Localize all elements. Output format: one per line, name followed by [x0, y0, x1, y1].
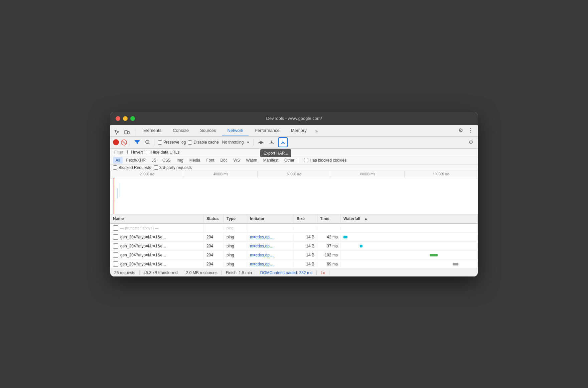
tab-network[interactable]: Network — [222, 125, 249, 136]
svg-point-2 — [146, 140, 149, 144]
close-button[interactable] — [116, 116, 120, 121]
invert-filter-label[interactable]: Invert — [127, 150, 143, 155]
third-party-requests-label[interactable]: 3rd-party requests — [154, 165, 192, 170]
th-name[interactable]: Name — [110, 214, 204, 223]
td-name: gen_204?atyp=i&r=1&e… — [110, 260, 204, 268]
td-time — [317, 226, 341, 230]
tab-console[interactable]: Console — [167, 125, 194, 136]
svg-point-4 — [261, 143, 262, 144]
tab-actions: ⚙ ⋮ — [456, 126, 475, 136]
export-har-button[interactable] — [278, 137, 288, 147]
th-initiator[interactable]: Initiator — [247, 214, 294, 223]
filter-type-css[interactable]: CSS — [160, 157, 173, 164]
filter-type-doc[interactable]: Doc — [217, 157, 230, 164]
th-waterfall[interactable]: Waterfall ▲ — [341, 214, 478, 223]
filter-type-img[interactable]: Img — [174, 157, 186, 164]
has-blocked-cookies-checkbox[interactable] — [304, 158, 308, 162]
svg-rect-1 — [128, 132, 129, 134]
th-time[interactable]: Time — [317, 214, 341, 223]
filter-icon[interactable] — [133, 138, 141, 147]
inspect-element-icon[interactable] — [113, 128, 121, 136]
td-waterfall — [341, 233, 478, 241]
td-status: 204 — [204, 260, 224, 268]
filter-type-bar: All Fetch/XHR JS CSS Img Media Font Doc … — [110, 156, 478, 165]
tab-more-button[interactable]: » — [313, 126, 320, 136]
table-row[interactable]: — (truncated above) — ping — [110, 224, 478, 233]
td-status: 204 — [204, 251, 224, 259]
blocked-requests-label[interactable]: Blocked Requests — [113, 165, 151, 170]
row-checkbox[interactable] — [113, 252, 118, 258]
td-name: gen_204?atyp=i&r=1&e… — [110, 242, 204, 250]
devtools-settings-icon[interactable]: ⚙ — [456, 126, 465, 135]
td-size — [294, 226, 317, 230]
tab-memory[interactable]: Memory — [286, 125, 312, 136]
th-type[interactable]: Type — [224, 214, 247, 223]
timeline-area: 20000 ms 40000 ms 60000 ms 80000 ms 1000… — [110, 171, 478, 214]
filter-type-ws[interactable]: WS — [231, 157, 243, 164]
td-name: gen_204?atyp=i&r=1&e… — [110, 251, 204, 259]
clear-button[interactable]: 🚫 — [121, 139, 127, 145]
minimize-button[interactable] — [123, 116, 128, 121]
filter-type-js[interactable]: JS — [149, 157, 159, 164]
th-status[interactable]: Status — [204, 214, 224, 223]
invert-checkbox[interactable] — [127, 150, 132, 154]
tab-elements[interactable]: Elements — [138, 125, 167, 136]
table-row[interactable]: gen_204?atyp=i&r=1&e… 204 ping m=cdos,dp… — [110, 233, 478, 242]
blocked-requests-checkbox[interactable] — [113, 165, 117, 170]
row-checkbox[interactable] — [113, 225, 118, 231]
td-initiator[interactable]: m=cdos,dp… — [247, 242, 294, 250]
filter-type-fetch-xhr[interactable]: Fetch/XHR — [123, 157, 148, 164]
td-initiator[interactable]: m=cdos,dp… — [247, 233, 294, 241]
table-row[interactable]: gen_204?atyp=i&r=1&e… 204 ping m=cdos,dp… — [110, 242, 478, 251]
td-size: 14 B — [294, 233, 317, 241]
table-row[interactable]: gen_204?atyp=i&r=1&e… 204 ping m=cdos,dp… — [110, 251, 478, 260]
filter-bar: Filter Invert Hide data URLs — [110, 149, 478, 156]
maximize-button[interactable] — [130, 116, 135, 121]
throttle-dropdown[interactable]: No throttling ▼ — [221, 139, 251, 145]
filter-type-wasm[interactable]: Wasm — [243, 157, 260, 164]
filter-type-font[interactable]: Font — [203, 157, 217, 164]
toolbar-divider — [130, 139, 130, 146]
td-time: 42 ms — [317, 233, 341, 241]
tab-divider — [136, 130, 136, 136]
hide-data-urls-label[interactable]: Hide data URLs — [146, 150, 180, 155]
hide-data-urls-checkbox[interactable] — [146, 150, 150, 154]
row-checkbox[interactable] — [113, 243, 118, 249]
network-conditions-icon[interactable] — [257, 138, 265, 147]
td-size: 14 B — [294, 242, 317, 250]
table-row[interactable]: gen_204?atyp=i&r=1&e… 204 ping m=cdos,dp… — [110, 260, 478, 269]
devtools-more-icon[interactable]: ⋮ — [466, 126, 475, 135]
filter-type-other[interactable]: Other — [282, 157, 297, 164]
disable-cache-label[interactable]: Disable cache — [188, 140, 218, 145]
tab-performance[interactable]: Performance — [249, 125, 285, 136]
svg-line-3 — [149, 143, 150, 144]
devtools-window: DevTools - www.google.com/ Elements Cons… — [110, 112, 478, 276]
td-initiator[interactable]: m=cdos,dp… — [247, 251, 294, 259]
row-checkbox[interactable] — [113, 261, 118, 267]
device-toolbar-icon[interactable] — [123, 128, 131, 136]
td-initiator[interactable]: m=cdos,dp… — [247, 260, 294, 268]
preserve-log-checkbox[interactable] — [158, 140, 162, 145]
record-button[interactable] — [113, 139, 119, 145]
sort-icon: ▲ — [364, 217, 368, 220]
network-toolbar: 🚫 Preserve log Disable cache No throttli… — [110, 137, 478, 149]
transferred-size: 45.3 kB transferred — [140, 270, 182, 275]
network-settings-icon[interactable]: ⚙ — [466, 138, 475, 147]
search-icon[interactable] — [143, 138, 152, 147]
third-party-checkbox[interactable] — [154, 165, 158, 170]
ruler-mark-4: 80000 ms — [331, 171, 404, 178]
filter-type-manifest[interactable]: Manifest — [261, 157, 281, 164]
import-har-icon[interactable] — [267, 138, 276, 147]
has-blocked-cookies-label[interactable]: Has blocked cookies — [304, 158, 346, 163]
finish-time: Finish: 1.5 min — [222, 270, 256, 275]
disable-cache-checkbox[interactable] — [188, 140, 192, 145]
filter-label: Filter — [113, 150, 125, 155]
filter-type-all[interactable]: All — [113, 157, 123, 164]
filter-type-sep — [299, 158, 299, 163]
row-checkbox[interactable] — [113, 234, 118, 240]
th-size[interactable]: Size — [294, 214, 317, 223]
td-size: 14 B — [294, 260, 317, 268]
preserve-log-label[interactable]: Preserve log — [158, 140, 186, 145]
filter-type-media[interactable]: Media — [187, 157, 203, 164]
tab-sources[interactable]: Sources — [195, 125, 222, 136]
